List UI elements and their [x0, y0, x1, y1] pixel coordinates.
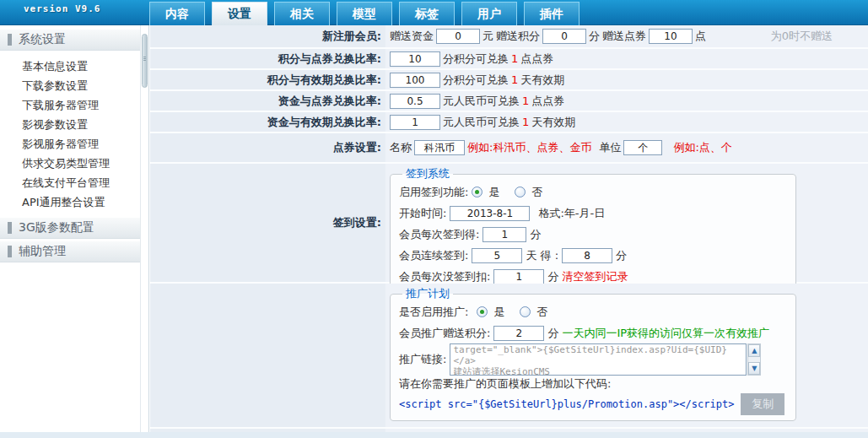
- gift-coupon-label: 赠送点券: [602, 29, 646, 44]
- tab-labels[interactable]: 标签: [399, 2, 455, 25]
- row-new-member: 新注册会员: 赠送资金 元 赠送积分 分 赠送点券 点 为0时不赠送: [150, 25, 868, 47]
- coupon-name-example: 例如:科汛币、点券、金币: [467, 140, 591, 155]
- main-nav: 内容 设置 相关 模型 标签 用户 插件: [149, 2, 580, 25]
- promo-points-unit: 分: [547, 326, 558, 341]
- checkin-miss-input[interactable]: [493, 269, 544, 284]
- settings-form: 新注册会员: 赠送资金 元 赠送积分 分 赠送点券 点 为0时不赠送 积分与点券…: [150, 25, 868, 432]
- promo-enable-label: 是否启用推广:: [399, 305, 468, 320]
- promotion-fieldset: 推广计划 是否启用推广: 是 否 会员推广赠送积分: 分 一天内同一IP获得的访…: [390, 286, 796, 421]
- ratio-text: 天有效期: [531, 115, 575, 130]
- gift-coupon-unit: 点: [695, 29, 706, 44]
- checkin-per-unit: 分: [530, 227, 541, 242]
- coupon-name-input[interactable]: [414, 140, 465, 155]
- sidebar-group-items: 基本信息设置 下载参数设置 下载服务器管理 影视参数设置 影视服务器管理 供求交…: [0, 51, 140, 217]
- coupon-name-label: 名称: [390, 140, 412, 155]
- sidebar-item-payment-platforms[interactable]: 在线支付平台管理: [0, 173, 140, 192]
- coupon-unit-input[interactable]: [623, 140, 662, 155]
- horizontal-scrollbar[interactable]: [0, 432, 868, 438]
- radio-label-yes: 是: [493, 305, 504, 320]
- zero-hint: 为0时不赠送: [771, 29, 868, 44]
- sidebar-item-trade-types[interactable]: 供求交易类型管理: [0, 154, 140, 173]
- row-fund-coupon-ratio: 资金与点券兑换比率: 元人民币可兑换 1 点点券: [150, 91, 868, 111]
- sidebar-item-api-integration[interactable]: API通用整合设置: [0, 192, 140, 212]
- fund-validity-ratio-input[interactable]: [390, 115, 440, 130]
- checkin-per-input[interactable]: [483, 227, 526, 242]
- gift-fund-label: 赠送资金: [390, 29, 434, 44]
- tab-plugins[interactable]: 插件: [524, 2, 580, 25]
- checkin-legend: 签到系统: [402, 166, 453, 181]
- promo-enable-yes-radio[interactable]: [477, 306, 488, 317]
- checkin-streak-days-input[interactable]: [472, 248, 522, 263]
- promo-points-input[interactable]: [493, 326, 544, 341]
- tab-settings[interactable]: 设置: [212, 2, 267, 25]
- checkin-per-label: 会员每次签到得:: [399, 227, 479, 242]
- checkin-streak-points-input[interactable]: [562, 248, 612, 263]
- ratio-red-number: 1: [511, 52, 518, 65]
- gift-points-input[interactable]: [542, 29, 586, 44]
- checkin-enable-yes-radio[interactable]: [472, 187, 483, 197]
- sidebar-group-title: 系统设置: [19, 32, 66, 47]
- checkin-streak-mid: 天 得 :: [526, 248, 558, 263]
- radio-label-yes: 是: [488, 185, 499, 200]
- version-label: version V9.6: [24, 3, 100, 14]
- ratio-red-number: 1: [522, 95, 529, 107]
- row-label: 新注册会员:: [150, 25, 385, 47]
- checkin-start-input[interactable]: [450, 206, 530, 221]
- ratio-text: 分积分可兑换: [443, 73, 509, 88]
- clear-checkin-records-link[interactable]: 清空签到记录: [562, 269, 628, 284]
- scroll-up-icon[interactable]: ▲: [748, 344, 760, 357]
- gift-points-unit: 分: [589, 29, 600, 44]
- radio-label-no: 否: [536, 305, 547, 320]
- gift-coupon-input[interactable]: [649, 29, 693, 44]
- sidebar: 系统设置 基本信息设置 下载参数设置 下载服务器管理 影视参数设置 影视服务器管…: [0, 25, 140, 432]
- sidebar-group-3g-config[interactable]: 3G版参数配置: [0, 217, 140, 239]
- tab-users[interactable]: 用户: [461, 2, 517, 25]
- sidebar-item-download-params[interactable]: 下载参数设置: [0, 76, 140, 95]
- gift-fund-input[interactable]: [436, 29, 480, 44]
- tab-content[interactable]: 内容: [149, 2, 205, 25]
- row-promotion-plan: 推广计划 是否启用推广: 是 否 会员推广赠送积分: 分 一天内同一IP获得的访…: [150, 284, 868, 427]
- checkin-miss-label: 会员每次没签到扣:: [399, 269, 490, 284]
- tab-model[interactable]: 模型: [337, 2, 392, 25]
- points-validity-ratio-input[interactable]: [390, 73, 440, 88]
- group-accent-icon: [8, 222, 12, 234]
- points-coupon-ratio-input[interactable]: [390, 51, 440, 67]
- sidebar-item-video-servers[interactable]: 影视服务器管理: [0, 134, 140, 154]
- checkin-enable-no-radio[interactable]: [515, 187, 526, 197]
- sidebar-group-aux-manage[interactable]: 辅助管理: [0, 241, 140, 262]
- sidebar-item-video-params[interactable]: 影视参数设置: [0, 115, 140, 134]
- sidebar-item-basic-info[interactable]: 基本信息设置: [0, 57, 140, 76]
- splitter-handle[interactable]: [142, 34, 148, 88]
- promo-code-snippet: <script src="{$GetSiteUrl}plus/Promotion…: [399, 398, 734, 410]
- checkin-enable-label: 启用签到功能:: [399, 185, 468, 200]
- ratio-text: 元人民币可兑换: [443, 94, 520, 109]
- row-checkin-setting: 签到设置: 签到系统 启用签到功能: 是 否 开始时间: 格式:年-月-日 会员…: [150, 164, 868, 282]
- row-label-empty: [150, 284, 385, 427]
- row-points-validity-ratio: 积分与有效期兑换比率: 分积分可兑换 1 天有效期: [150, 70, 868, 89]
- ratio-red-number: 1: [522, 116, 529, 128]
- ratio-red-number: 1: [511, 73, 518, 86]
- ratio-text: 点点券: [520, 51, 553, 67]
- textarea-scrollbar[interactable]: ▲ ▼: [747, 343, 761, 376]
- checkin-format-hint: 格式:年-月-日: [538, 206, 605, 221]
- checkin-miss-unit: 分: [547, 269, 558, 284]
- scroll-down-icon[interactable]: ▼: [748, 362, 760, 375]
- fund-coupon-ratio-input[interactable]: [390, 94, 440, 109]
- ratio-text: 天有效期: [520, 73, 564, 88]
- gift-fund-unit: 元: [483, 29, 493, 44]
- group-accent-icon: [8, 34, 12, 46]
- sidebar-item-download-servers[interactable]: 下载服务器管理: [0, 95, 140, 115]
- copy-button[interactable]: 复制: [741, 393, 784, 415]
- row-label: 积分与有效期兑换比率:: [150, 70, 385, 89]
- row-points-coupon-ratio: 积分与点券兑换比率: 分积分可兑换 1 点点券: [150, 49, 868, 68]
- ratio-text: 分积分可兑换: [443, 51, 509, 67]
- checkin-start-label: 开始时间:: [399, 206, 446, 221]
- sidebar-group-system-settings[interactable]: 系统设置: [0, 29, 140, 51]
- gift-points-label: 赠送积分: [496, 29, 540, 44]
- promo-link-textarea[interactable]: target="_blank">{$GetSiteUrl}index.asp?U…: [450, 343, 747, 376]
- sidebar-group-title: 辅助管理: [19, 244, 66, 259]
- row-label: 积分与点券兑换比率:: [150, 49, 385, 68]
- tab-related[interactable]: 相关: [274, 2, 330, 25]
- coupon-unit-example: 例如:点、个: [673, 140, 731, 155]
- promo-enable-no-radio[interactable]: [520, 306, 531, 317]
